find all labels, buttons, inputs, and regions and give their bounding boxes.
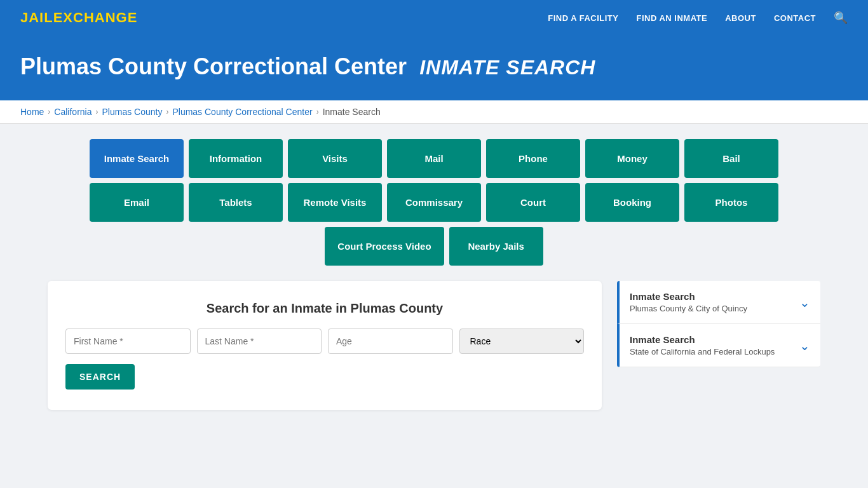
sidebar-item-2-subtitle: State of California and Federal Lockups — [630, 347, 775, 356]
breadcrumb-sep-4: › — [316, 107, 319, 116]
page-title: Plumas County Correctional Center INMATE… — [20, 53, 848, 80]
breadcrumb-sep-3: › — [166, 107, 168, 116]
tab-commissary[interactable]: Commissary — [387, 183, 481, 222]
tabs-container: Inmate Search Information Visits Mail Ph… — [48, 139, 820, 266]
content-lower: Search for an Inmate in Plumas County Ra… — [48, 281, 820, 410]
breadcrumb-facility[interactable]: Plumas County Correctional Center — [172, 107, 312, 117]
tabs-row-2: Email Tablets Remote Visits Commissary C… — [90, 183, 778, 222]
facility-name: Plumas County Correctional Center — [20, 53, 407, 79]
breadcrumb-bar: Home › California › Plumas County › Plum… — [0, 100, 868, 124]
breadcrumb-current: Inmate Search — [323, 107, 381, 117]
tab-email[interactable]: Email — [90, 183, 184, 222]
logo-jail: JAIL — [20, 10, 53, 25]
breadcrumb-sep-2: › — [96, 107, 98, 116]
tabs-row-1: Inmate Search Information Visits Mail Ph… — [90, 139, 778, 178]
tab-court-process-video[interactable]: Court Process Video — [325, 227, 444, 266]
page-subtitle: INMATE SEARCH — [419, 56, 595, 79]
nav-find-inmate[interactable]: FIND AN INMATE — [636, 13, 707, 23]
tab-nearby-jails[interactable]: Nearby Jails — [449, 227, 543, 266]
search-icon[interactable]: 🔍 — [834, 11, 848, 25]
tab-inmate-search[interactable]: Inmate Search — [90, 139, 184, 178]
tab-mail[interactable]: Mail — [387, 139, 481, 178]
search-card: Search for an Inmate in Plumas County Ra… — [48, 281, 602, 410]
nav-contact[interactable]: CONTACT — [774, 13, 816, 23]
chevron-down-icon-2: ⌄ — [799, 338, 810, 353]
tabs-row-3: Court Process Video Nearby Jails — [325, 227, 543, 266]
sidebar: Inmate Search Plumas County & City of Qu… — [617, 281, 820, 367]
sidebar-item-2-title: Inmate Search — [630, 334, 775, 345]
sidebar-item-2-text: Inmate Search State of California and Fe… — [630, 334, 775, 356]
tab-tablets[interactable]: Tablets — [189, 183, 283, 222]
nav-about[interactable]: ABOUT — [725, 13, 756, 23]
search-fields: Race White Black Hispanic Asian Other — [65, 329, 584, 354]
hero-section: Plumas County Correctional Center INMATE… — [0, 36, 868, 100]
chevron-down-icon-1: ⌄ — [799, 295, 810, 310]
sidebar-item-1-title: Inmate Search — [630, 291, 747, 302]
tab-booking[interactable]: Booking — [585, 183, 679, 222]
sidebar-item-2[interactable]: Inmate Search State of California and Fe… — [617, 324, 820, 367]
sidebar-item-1-subtitle: Plumas County & City of Quincy — [630, 304, 747, 313]
tab-court[interactable]: Court — [486, 183, 580, 222]
breadcrumb-sep-1: › — [48, 107, 50, 116]
tab-remote-visits[interactable]: Remote Visits — [288, 183, 382, 222]
breadcrumb-county[interactable]: Plumas County — [102, 107, 163, 117]
tab-bail[interactable]: Bail — [684, 139, 778, 178]
tab-phone[interactable]: Phone — [486, 139, 580, 178]
age-input[interactable] — [328, 329, 453, 354]
last-name-input[interactable] — [197, 329, 322, 354]
breadcrumb: Home › California › Plumas County › Plum… — [20, 107, 848, 117]
search-button[interactable]: SEARCH — [65, 364, 135, 390]
tab-visits[interactable]: Visits — [288, 139, 382, 178]
tab-information[interactable]: Information — [189, 139, 283, 178]
navbar: JAILEXCHANGE FIND A FACILITY FIND AN INM… — [0, 0, 868, 36]
first-name-input[interactable] — [65, 329, 191, 354]
logo-exchange: EXCHANGE — [53, 10, 138, 25]
sidebar-item-1-text: Inmate Search Plumas County & City of Qu… — [630, 291, 747, 313]
breadcrumb-home[interactable]: Home — [20, 107, 44, 117]
site-logo[interactable]: JAILEXCHANGE — [20, 10, 137, 26]
tab-photos[interactable]: Photos — [684, 183, 778, 222]
nav-find-facility[interactable]: FIND A FACILITY — [548, 13, 618, 23]
tab-money[interactable]: Money — [585, 139, 679, 178]
main-area: Inmate Search Information Visits Mail Ph… — [27, 124, 841, 425]
race-select[interactable]: Race White Black Hispanic Asian Other — [459, 329, 585, 354]
search-title: Search for an Inmate in Plumas County — [65, 301, 584, 316]
sidebar-item-1[interactable]: Inmate Search Plumas County & City of Qu… — [617, 281, 820, 324]
breadcrumb-california[interactable]: California — [54, 107, 92, 117]
nav-links: FIND A FACILITY FIND AN INMATE ABOUT CON… — [548, 11, 848, 25]
